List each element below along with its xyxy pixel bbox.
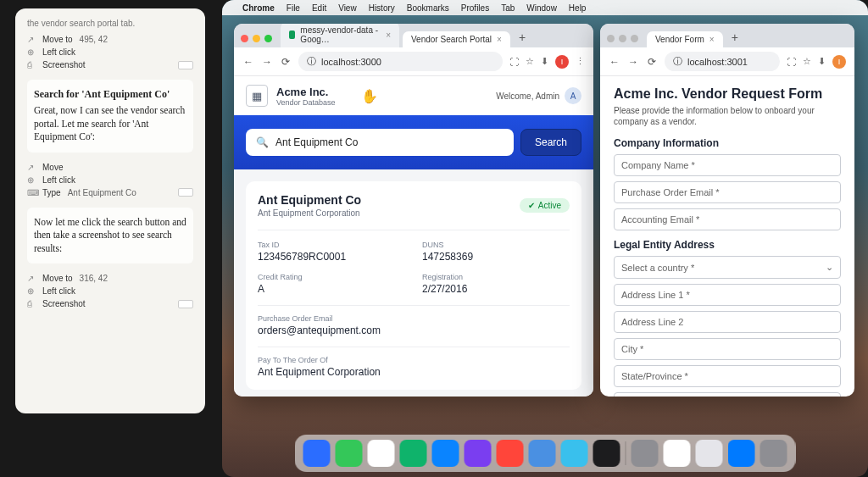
tab-vendor-portal[interactable]: Vendor Search Portal×	[403, 31, 510, 47]
postal-field[interactable]: Postal Code *	[614, 392, 841, 397]
dock-app[interactable]	[696, 440, 723, 467]
download-icon[interactable]: ⬇	[818, 56, 826, 67]
po-email-field[interactable]: Purchase Order Email *	[614, 181, 841, 203]
city-field[interactable]: City *	[614, 338, 841, 360]
field-tax-id: Tax ID123456789RC0001	[258, 241, 405, 263]
screenshot-icon: ⎙	[27, 299, 37, 308]
agent-block-3: ↗Move to 316, 42 ⊕Left click ⎙Screenshot	[27, 272, 193, 310]
search-input[interactable]: 🔍Ant Equipment Co	[246, 129, 514, 156]
bookmark-icon[interactable]: ☆	[803, 56, 811, 67]
dock-separator	[626, 441, 626, 465]
menubar-item[interactable]: View	[338, 3, 357, 13]
menubar-item[interactable]: Bookmarks	[407, 3, 449, 13]
url-field[interactable]: ⓘlocalhost:3001	[665, 52, 780, 71]
dock-app[interactable]	[529, 440, 556, 467]
state-field[interactable]: State/Province *	[614, 365, 841, 387]
field-payee: Pay To The Order OfAnt Equipment Corpora…	[258, 347, 570, 378]
menubar-item[interactable]: Edit	[312, 3, 326, 13]
agent-step: ⊕Left click	[27, 285, 193, 297]
country-select[interactable]: Select a country *	[614, 256, 841, 279]
tab-vendor-form[interactable]: Vendor Form×	[647, 31, 723, 47]
menubar-item[interactable]: File	[287, 3, 300, 13]
dock-app[interactable]	[432, 440, 459, 467]
dock-app[interactable]	[336, 440, 363, 467]
site-info-icon[interactable]: ⓘ	[307, 55, 316, 68]
close-icon[interactable]	[607, 35, 615, 42]
dock-app[interactable]	[561, 440, 588, 467]
agent-block-1: ↗Move to 495, 42 ⊕Left click ⎙Screenshot	[27, 33, 193, 71]
move-icon: ↗	[27, 35, 37, 44]
reload-button[interactable]: ⟳	[280, 56, 292, 68]
menubar-item[interactable]: Tab	[501, 3, 515, 13]
menubar-item[interactable]: Window	[526, 3, 557, 13]
address1-field[interactable]: Address Line 1 *	[614, 284, 841, 306]
dock-app[interactable]	[593, 440, 620, 467]
dock-app[interactable]	[303, 440, 331, 467]
profile-avatar[interactable]: I	[555, 55, 569, 69]
vendor-name: Ant Equipment Co	[258, 193, 361, 207]
browser-window-vendor-form: Vendor Form× + ← → ⟳ ⓘlocalhost:3001 ⛶ ☆…	[600, 24, 854, 397]
download-icon[interactable]: ⬇	[541, 56, 548, 67]
window-controls[interactable]	[607, 35, 638, 42]
address2-field[interactable]: Address Line 2	[614, 311, 841, 333]
menubar-item[interactable]: Help	[569, 3, 587, 13]
user-avatar[interactable]: A	[565, 87, 581, 104]
dock-app[interactable]	[760, 440, 787, 467]
results-area: Ant Equipment Co Ant Equipment Corporati…	[234, 169, 593, 397]
reload-button[interactable]: ⟳	[646, 56, 658, 68]
window-controls[interactable]	[241, 35, 272, 42]
url-field[interactable]: ⓘlocalhost:3000	[298, 52, 503, 71]
vendor-card: Ant Equipment Co Ant Equipment Corporati…	[246, 181, 581, 390]
site-info-icon[interactable]: ⓘ	[673, 55, 682, 68]
profile-avatar[interactable]: I	[832, 55, 846, 69]
tab-sheets[interactable]: messy-vendor-data - Goog…×	[281, 24, 399, 47]
dock-app[interactable]	[728, 440, 755, 467]
kebab-menu-icon[interactable]: ⋮	[576, 56, 585, 67]
search-icon: 🔍	[256, 136, 269, 148]
dock-app[interactable]	[664, 440, 691, 467]
vendor-legal-name: Ant Equipment Corporation	[258, 208, 361, 218]
translate-icon[interactable]: ⛶	[787, 57, 796, 67]
translate-icon[interactable]: ⛶	[509, 57, 519, 67]
forward-button[interactable]: →	[627, 56, 639, 68]
form-note: Please provide the information below to …	[614, 105, 841, 127]
field-po-email: Purchase Order Emailorders@antequipment.…	[258, 305, 570, 336]
mac-dock[interactable]	[295, 435, 796, 472]
agent-thought-body: Now let me click the search button and t…	[34, 216, 186, 256]
agent-step: ⎙Screenshot	[27, 297, 193, 310]
company-logo-icon: ▦	[246, 85, 268, 107]
bookmark-icon[interactable]: ☆	[526, 56, 534, 67]
menubar-item[interactable]: History	[369, 3, 395, 13]
close-tab-icon[interactable]: ×	[709, 35, 715, 44]
portal-subtitle: Vendor Database	[276, 98, 336, 107]
dock-app[interactable]	[632, 440, 659, 467]
zoom-icon[interactable]	[631, 35, 638, 42]
minimize-icon[interactable]	[619, 35, 626, 42]
field-duns: DUNS147258369	[422, 241, 570, 263]
forward-button[interactable]: →	[261, 56, 273, 68]
agent-block-2: ↗Move ⊕Left click ⌨Type Ant Equipment Co	[27, 161, 193, 199]
dock-app[interactable]	[465, 440, 492, 467]
zoom-icon[interactable]	[264, 35, 272, 42]
check-icon: ✔	[528, 201, 535, 210]
accounting-email-field[interactable]: Accounting Email *	[614, 208, 841, 230]
portal-header: ▦ Acme Inc. Vendor Database ✋ Welcome, A…	[234, 76, 593, 115]
close-tab-icon[interactable]: ×	[386, 31, 391, 40]
minimize-icon[interactable]	[253, 35, 260, 42]
menubar-app[interactable]: Chrome	[242, 3, 275, 13]
mac-menubar[interactable]: Chrome File Edit View History Bookmarks …	[222, 0, 868, 15]
close-tab-icon[interactable]: ×	[497, 35, 502, 44]
company-name-field[interactable]: Company Name *	[614, 154, 841, 176]
back-button[interactable]: ←	[609, 56, 620, 68]
new-tab-button[interactable]: +	[726, 31, 743, 47]
menubar-item[interactable]: Profiles	[461, 3, 489, 13]
cursor-icon: ✋	[361, 88, 378, 104]
dock-app[interactable]	[368, 440, 395, 467]
back-button[interactable]: ←	[242, 56, 254, 68]
search-button[interactable]: Search	[520, 129, 581, 156]
close-icon[interactable]	[241, 35, 248, 42]
dock-app[interactable]	[400, 440, 427, 467]
new-tab-button[interactable]: +	[514, 31, 531, 47]
dock-app[interactable]	[497, 440, 524, 467]
tab-strip: messy-vendor-data - Goog…× Vendor Search…	[234, 24, 593, 47]
